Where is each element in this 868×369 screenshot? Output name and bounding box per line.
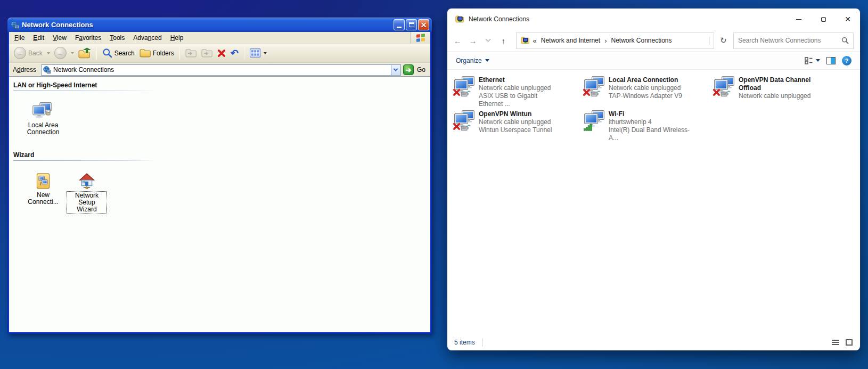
chevron-down-icon xyxy=(485,59,489,62)
breadcrumb-network-connections[interactable]: Network Connections xyxy=(610,36,672,45)
copy-to-icon xyxy=(201,48,212,58)
wired-disconnected-icon xyxy=(584,76,609,108)
xp-address-bar: Address Network Connections ➔ Go xyxy=(9,63,430,77)
explorer-titlebar[interactable]: Network Connections ✕ xyxy=(447,9,860,30)
red-x-icon xyxy=(713,88,720,96)
maximize-button[interactable] xyxy=(811,9,836,30)
network-setup-wizard-item[interactable]: Network SetupWizard xyxy=(67,168,107,214)
new-connection-wizard-icon xyxy=(35,168,51,190)
menu-favorites[interactable]: Favorites xyxy=(71,32,105,43)
up-button[interactable] xyxy=(77,46,93,60)
copy-to-button[interactable] xyxy=(200,47,214,59)
close-icon: ✕ xyxy=(845,15,851,23)
xp-minimize-button[interactable] xyxy=(394,19,405,30)
undo-button[interactable]: ↶ xyxy=(229,47,240,59)
minimize-button[interactable] xyxy=(787,9,811,30)
connection-tile-local-area-connection[interactable]: Local Area Connection Network cable unpl… xyxy=(579,74,709,108)
toolbar-separator xyxy=(96,46,97,60)
breadcrumb-network-and-internet[interactable]: Network and Internet xyxy=(541,36,601,45)
folders-button[interactable]: Folders xyxy=(138,47,176,59)
views-dropdown-icon xyxy=(264,52,267,54)
nav-forward-button[interactable]: → xyxy=(466,33,480,48)
address-location-icon xyxy=(43,66,51,74)
help-button[interactable]: ? xyxy=(842,56,851,65)
preview-pane-button[interactable] xyxy=(826,57,836,64)
windows-logo xyxy=(410,32,430,44)
menu-tools[interactable]: Tools xyxy=(105,32,129,43)
nav-back-button[interactable]: ← xyxy=(451,33,465,48)
chevron-down-icon xyxy=(816,59,820,62)
delete-icon xyxy=(217,49,226,58)
undo-icon: ↶ xyxy=(231,48,239,58)
move-to-button[interactable] xyxy=(184,47,198,59)
menu-edit[interactable]: Edit xyxy=(29,32,48,43)
menu-help[interactable]: Help xyxy=(166,32,188,43)
search-input[interactable] xyxy=(738,37,841,44)
search-box[interactable] xyxy=(733,32,854,49)
back-dropdown[interactable] xyxy=(47,52,50,54)
menu-file[interactable]: File xyxy=(10,32,29,43)
address-label: Address xyxy=(10,66,39,73)
address-combo[interactable]: Network Connections xyxy=(41,64,401,76)
back-icon: ← xyxy=(14,47,26,59)
xp-window-title: Network Connections xyxy=(22,21,391,29)
search-icon xyxy=(102,48,112,58)
go-button[interactable]: ➔ xyxy=(403,64,414,75)
search-button[interactable]: Search xyxy=(101,47,136,59)
close-icon: ✕ xyxy=(421,21,427,29)
address-dropdown-button[interactable] xyxy=(391,65,400,75)
connection-status: ithurtswhenip 4 xyxy=(609,118,693,126)
views-icon xyxy=(250,48,260,58)
chevron-down-icon xyxy=(486,36,491,42)
folders-icon xyxy=(140,48,151,58)
xp-close-button[interactable]: ✕ xyxy=(418,19,429,30)
address-value[interactable]: Network Connections xyxy=(53,66,389,73)
connection-status: Network cable unplugged xyxy=(609,84,693,92)
local-area-connection-item[interactable]: Local AreaConnection xyxy=(23,99,63,136)
item-label: NewConnecti... xyxy=(27,191,59,206)
nav-up-button[interactable]: ↑ xyxy=(496,33,511,48)
xp-folder-content: LAN or High-Speed Internet xyxy=(9,77,430,332)
chevron-down-icon xyxy=(709,37,709,45)
connection-tile-ethernet[interactable]: Ethernet Network cable unplugged ASIX US… xyxy=(449,74,579,108)
views-button[interactable] xyxy=(248,47,269,59)
signal-bars-icon xyxy=(584,124,593,131)
xp-toolbar: ← Back → Search Folders xyxy=(9,44,430,63)
forward-button[interactable]: → xyxy=(53,46,68,60)
forward-dropdown[interactable] xyxy=(71,52,74,54)
new-connection-wizard-item[interactable]: NewConnecti... xyxy=(23,168,63,214)
xp-titlebar[interactable]: Network Connections ✕ xyxy=(7,18,432,32)
ethernet-plug-icon xyxy=(591,90,601,97)
breadcrumb-overflow[interactable]: « xyxy=(533,37,537,45)
breadcrumb-separator-icon: › xyxy=(604,37,607,45)
network-connections-icon xyxy=(11,21,19,29)
back-button[interactable]: ← Back xyxy=(12,46,44,60)
address-dropdown-button[interactable] xyxy=(709,37,709,44)
address-bar[interactable]: « Network and Internet › Network Connect… xyxy=(516,32,715,49)
red-x-icon xyxy=(453,88,461,96)
xp-network-connections-window: Network Connections ✕ File Edit View Fav… xyxy=(7,18,432,334)
desktop: Network Connections ✕ File Edit View Fav… xyxy=(0,0,868,369)
connection-name: Wi-Fi xyxy=(609,110,693,118)
status-separator xyxy=(482,338,483,347)
menu-view[interactable]: View xyxy=(48,32,71,43)
menu-advanced[interactable]: Advanced xyxy=(129,32,166,43)
maximize-icon xyxy=(409,22,414,27)
details-view-toggle[interactable] xyxy=(831,339,840,346)
connection-device: Intel(R) Dual Band Wireless-A... xyxy=(609,126,693,142)
connection-name: OpenVPN Data Channel Offload xyxy=(739,76,823,92)
organize-menu-button[interactable]: Organize xyxy=(456,57,489,64)
large-icons-view-toggle[interactable] xyxy=(846,339,853,346)
connection-tile-openvpn-wintun[interactable]: OpenVPN Wintun Network cable unplugged W… xyxy=(449,108,579,142)
connection-status: Network cable unplugged xyxy=(479,84,563,92)
delete-button[interactable] xyxy=(216,48,227,59)
nav-recent-dropdown[interactable] xyxy=(481,33,495,48)
close-button[interactable]: ✕ xyxy=(836,9,860,30)
connection-tile-openvpn-data-channel-offload[interactable]: OpenVPN Data Channel Offload Network cab… xyxy=(709,74,839,108)
xp-maximize-button[interactable] xyxy=(406,19,417,30)
refresh-button[interactable]: ↻ xyxy=(715,33,731,48)
go-label[interactable]: Go xyxy=(416,66,429,73)
change-view-button[interactable] xyxy=(805,57,820,64)
connection-tile-wifi[interactable]: Wi-Fi ithurtswhenip 4 Intel(R) Dual Band… xyxy=(579,108,709,142)
command-bar: Organize ? xyxy=(447,51,860,70)
